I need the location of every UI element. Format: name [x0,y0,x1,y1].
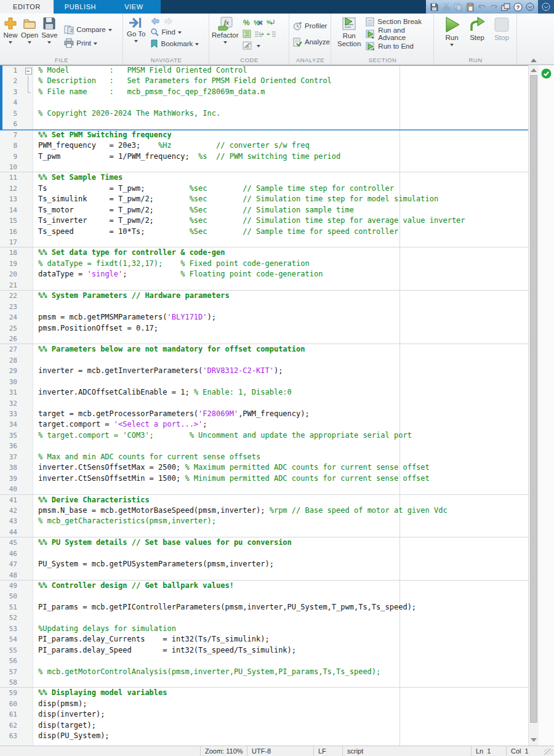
code-line[interactable]: 56 [0,656,528,666]
code-line[interactable]: 46 [0,549,528,559]
code-line[interactable]: 28 [0,355,528,366]
collapse-toolstrip-icon[interactable] [531,58,537,62]
status-column-number[interactable]: Col 1 [506,746,544,756]
code-line[interactable]: 3% File name : mcb_pmsm_foc_qep_f28069m_… [0,87,528,97]
qat-undo-icon[interactable] [477,2,487,12]
run-dropdown-caret[interactable] [450,44,454,46]
code-fold-icon[interactable]: fi [241,40,253,51]
code-line[interactable]: 53%Updating delays for simulation [0,624,528,634]
bookmark-dropdown-caret[interactable] [195,43,199,46]
compare-button[interactable]: 2 Compare [63,23,113,36]
new-dropdown-caret[interactable] [9,41,12,44]
step-button[interactable]: Step [468,16,486,56]
code-line[interactable]: 33target = mcb.getProcessorParameters('F… [0,409,528,419]
find-dropdown-caret[interactable] [178,31,182,34]
code-line[interactable]: 54PI_params.delay_Currents = int32(Ts/Ts… [0,634,528,645]
code-line[interactable]: 12Ts = T_pwm; %sec // Sample time step f… [0,183,528,194]
code-line[interactable]: 60disp(pmsm); [0,699,528,709]
code-line[interactable]: 16Ts_speed = 10*Ts; %Sec // Sample time … [0,227,528,237]
qat-copy-icon[interactable] [453,2,463,12]
qat-windows-icon[interactable] [501,2,511,12]
profiler-button[interactable]: Profiler [292,20,331,32]
code-line[interactable]: 2% Description : Set Parameters for PMSM… [0,76,528,86]
code-line[interactable]: 44 [0,527,528,537]
code-line[interactable]: 37% Max and min ADC counts for current s… [0,452,528,462]
code-line[interactable]: 5% Copyright 2020-2024 The MathWorks, In… [0,108,528,119]
code-line[interactable]: 45%% PU System details // Set base value… [0,537,528,548]
code-line[interactable]: 18%% Set data type for controller & code… [0,247,528,258]
code-line[interactable]: 1% Model : PMSM Field Oriented Control [0,65,528,76]
compare-dropdown-caret[interactable] [108,29,112,31]
code-line[interactable]: 11%% Set Sample Times [0,172,528,183]
qat-cut-icon[interactable] [441,2,451,12]
run-section-button[interactable]: RunSection [337,16,361,56]
code-line[interactable]: 30 [0,377,528,387]
tab-publish[interactable]: PUBLISH [54,0,107,14]
open-dropdown-caret[interactable] [28,41,31,44]
code-line[interactable]: 55PI_params.delay_Speed = int32(Ts_speed… [0,645,528,656]
indent-right-icon[interactable] [253,28,265,39]
code-line[interactable]: 22%% System Parameters // Hardware param… [0,291,528,301]
comment-icon[interactable]: % [241,17,253,28]
open-button[interactable]: Open [21,16,38,56]
toolstrip-menu-button[interactable] [538,0,554,14]
refactor-dropdown-caret[interactable] [223,41,227,44]
tab-editor[interactable]: EDITOR [0,0,54,14]
print-dropdown-caret[interactable] [94,42,97,45]
code-line[interactable]: 21 [0,280,528,291]
wrap-comments-icon[interactable]: % [265,17,278,28]
code-line[interactable]: 59%% Displaying model variables [0,688,528,698]
save-button[interactable]: Save [41,16,57,56]
scroll-up-icon[interactable] [531,68,537,72]
status-zoom[interactable]: Zoom: 110% [200,746,247,756]
code-line[interactable]: 7%% Set PWM Switching frequency [0,130,528,140]
code-line[interactable]: 19% dataType = fixdt(1,32,17); % Fixed p… [0,259,528,269]
code-line[interactable]: 6 [0,119,528,129]
code-line[interactable]: 25pmsm.PositionOffset = 0.17; [0,323,528,334]
status-line-number[interactable]: Ln 1 [471,746,506,756]
code-line[interactable]: 57% mcb.getMotorControlAnalysis(pmsm,inv… [0,667,528,677]
smart-indent-icon[interactable] [241,28,253,39]
goto-button[interactable]: Go To [127,16,145,56]
code-line[interactable]: 50 [0,591,528,601]
code-line[interactable]: 48 [0,570,528,581]
bookmark-button[interactable]: Bookmark [149,38,200,49]
code-line[interactable]: 8PWM_frequency = 20e3; %Hz // converter … [0,140,528,151]
tab-view[interactable]: VIEW [107,0,161,14]
code-line[interactable]: 58 [0,677,528,688]
code-line[interactable]: 15Ts_inverter = T_pwm/2; %sec // Simulat… [0,215,528,226]
code-line[interactable]: 40 [0,484,528,494]
code-line[interactable]: 43% mcb_getCharacteristics(pmsm,inverter… [0,516,528,526]
save-dropdown-caret[interactable] [47,41,51,44]
code-area[interactable]: 1% Model : PMSM Field Oriented Control2%… [0,65,528,746]
code-line[interactable]: 13Ts_simulink = T_pwm/2; %sec // Simulat… [0,194,528,204]
analyze-button[interactable]: Analyze [292,36,331,48]
fold-collapse-icon[interactable] [25,65,33,76]
code-line[interactable]: 26 [0,334,528,344]
scroll-down-icon[interactable] [531,738,537,742]
code-line[interactable]: 36 [0,441,528,451]
code-line[interactable]: 32 [0,398,528,409]
qat-save-icon[interactable] [429,2,439,12]
code-line[interactable]: 23 [0,302,528,312]
code-line[interactable]: 27%% Parameters below are not mandatory … [0,344,528,355]
forward-icon[interactable] [164,17,174,25]
code-line[interactable]: 49%% Controller design // Get ballpark v… [0,581,528,591]
run-to-end-button[interactable]: Run to End [364,41,432,52]
code-line[interactable]: 41%% Derive Characteristics [0,495,528,505]
code-line[interactable]: 52 [0,613,528,623]
vertical-scrollbar[interactable] [528,65,539,746]
find-button[interactable]: Find [149,26,200,38]
code-line[interactable]: 61disp(inverter); [0,709,528,720]
status-eol[interactable]: LF [313,746,342,756]
code-line[interactable]: 24pmsm = mcb.getPMSMParameters('BLY171D'… [0,312,528,323]
code-line[interactable]: 4 [0,97,528,108]
status-file-type[interactable]: script [342,746,471,756]
qat-redo-icon[interactable] [489,2,499,12]
code-line[interactable]: 39inverter.CtSensOffsetMin = 1500; % Min… [0,473,528,484]
code-line[interactable]: 10 [0,162,528,172]
goto-dropdown-caret[interactable] [134,40,138,42]
qat-paste-icon[interactable] [465,2,475,12]
code-line[interactable]: 62disp(target); [0,720,528,731]
code-line[interactable]: 34target.comport = '<Select a port...>'; [0,419,528,430]
